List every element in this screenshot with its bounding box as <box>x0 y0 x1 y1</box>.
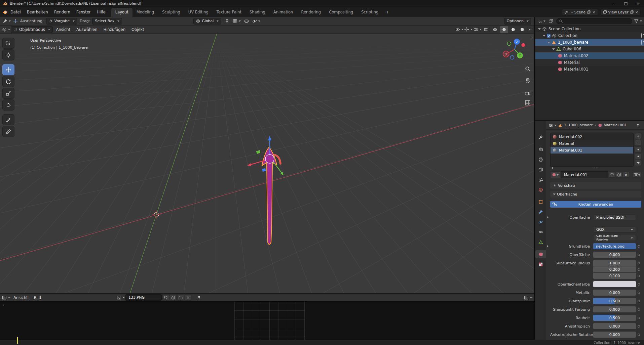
move-slot-up-button[interactable] <box>635 153 641 159</box>
tab-modeling[interactable]: Modeling <box>132 8 158 17</box>
move-slot-down-button[interactable] <box>635 160 641 166</box>
unlink-scene-button[interactable]: × <box>592 10 595 14</box>
image-channels-dropdown[interactable] <box>524 294 532 301</box>
image-editor-canvas[interactable]: › <box>0 301 534 340</box>
menu-hinzufuegen[interactable]: Hinzufügen <box>101 27 128 32</box>
new-scene-button[interactable] <box>587 10 591 14</box>
material-name-field[interactable]: Material.001 <box>561 171 608 178</box>
drag-dropdown[interactable]: Select Box <box>92 18 122 25</box>
shader-menu[interactable]: Principled BSDF <box>593 214 636 220</box>
gizmo-z-arrow[interactable] <box>268 136 271 140</box>
add-workspace-button[interactable]: + <box>382 8 392 17</box>
expand-icon[interactable] <box>547 216 550 219</box>
outliner-display-mode-icon[interactable] <box>547 18 555 25</box>
surface-panel-header[interactable]: Oberfläche <box>550 191 641 198</box>
subsurface-color-swatch[interactable] <box>593 281 636 287</box>
copy-material-button[interactable] <box>616 172 622 178</box>
disclosure-icon[interactable] <box>552 48 555 51</box>
toolbar-expand-arrow[interactable]: › <box>2 303 4 307</box>
rotate-tool[interactable] <box>2 76 14 87</box>
image-menu-ansicht[interactable]: Ansicht <box>11 295 30 300</box>
view-layer-selector[interactable]: View Layer × <box>601 9 641 15</box>
outliner-item-cube-006[interactable]: Cube.006 <box>535 46 644 52</box>
shading-material-button[interactable] <box>509 26 517 33</box>
tab-uv-editing[interactable]: UV Editing <box>184 8 213 17</box>
decorator[interactable] <box>636 262 641 264</box>
slot-material-001[interactable]: Material.001 <box>551 147 633 154</box>
visibility-dropdown[interactable] <box>455 26 463 33</box>
radius-z-field[interactable]: 0.100 <box>593 273 636 279</box>
pan-hand-icon[interactable] <box>525 77 531 84</box>
use-nodes-button[interactable]: Knoten verwenden <box>550 201 641 208</box>
decorator[interactable] <box>636 254 641 256</box>
show-gizmo-dropdown[interactable] <box>464 26 472 33</box>
expand-icon[interactable] <box>552 167 555 169</box>
radius-y-field[interactable]: 0.200 <box>593 266 636 272</box>
tab-sculpting[interactable]: Sculpting <box>158 8 184 17</box>
blender-menu-icon[interactable] <box>2 9 7 15</box>
tab-compositing[interactable]: Compositing <box>325 8 357 17</box>
tab-rendering[interactable]: Rendering <box>297 8 325 17</box>
fake-user-shield-button[interactable] <box>609 172 615 178</box>
pin-icon[interactable] <box>195 294 203 301</box>
collection-checkbox[interactable] <box>547 34 551 38</box>
unlink-material-button[interactable]: × <box>623 172 629 178</box>
roughness-slider[interactable]: 0.500 <box>593 315 636 321</box>
nav-ball-negy[interactable] <box>507 42 511 46</box>
menu-auswaehlen[interactable]: Auswählen <box>74 27 100 32</box>
decorator[interactable] <box>636 245 641 248</box>
tab-tool[interactable] <box>535 133 546 141</box>
eye-icon[interactable] <box>641 40 642 45</box>
zoom-icon[interactable] <box>525 66 531 73</box>
measure-tool[interactable] <box>2 126 14 137</box>
camera-view-icon[interactable] <box>525 90 531 97</box>
decorator[interactable] <box>636 317 641 319</box>
menu-hilfe[interactable]: Hilfe <box>94 10 109 14</box>
new-view-layer-button[interactable] <box>630 10 634 14</box>
browse-material-button[interactable] <box>550 171 560 178</box>
outliner-item-material[interactable]: Material <box>535 59 644 66</box>
transform-tool[interactable] <box>2 99 14 111</box>
add-slot-button[interactable]: + <box>635 133 641 139</box>
nav-ball-negx[interactable] <box>522 43 525 47</box>
scale-tool[interactable] <box>2 88 14 99</box>
distribution-menu[interactable]: GGX <box>593 226 636 232</box>
outliner-item-material-001[interactable]: Material.001 <box>535 66 644 73</box>
metallic-field[interactable]: 0.000 <box>593 290 636 296</box>
cursor-tool[interactable] <box>2 49 14 60</box>
proportional-editing-toggle[interactable] <box>243 18 250 25</box>
orientation-dropdown[interactable]: Vorgabe <box>46 18 77 25</box>
tab-world[interactable] <box>535 186 546 194</box>
image-name-field[interactable]: 133.PNG <box>125 294 162 301</box>
maximize-button[interactable]: □ <box>620 0 632 7</box>
decorator[interactable] <box>636 300 641 302</box>
menu-datei[interactable]: Datei <box>7 10 24 14</box>
open-image-button[interactable] <box>177 294 184 301</box>
shading-dropdown-chevron[interactable] <box>529 29 531 31</box>
mesh-object-1-1000-beware[interactable] <box>262 147 280 245</box>
tab-animation[interactable]: Animation <box>269 8 297 17</box>
snap-toggle[interactable] <box>223 18 231 25</box>
slot-material[interactable]: Material <box>551 140 633 147</box>
snap-settings-dropdown[interactable] <box>233 18 241 25</box>
tab-scene[interactable] <box>535 176 546 184</box>
proportional-falloff-dropdown[interactable] <box>252 18 260 25</box>
remove-view-layer-button[interactable]: × <box>635 10 638 14</box>
anisotropic-field[interactable]: 0.000 <box>593 323 636 329</box>
outliner-search-input[interactable] <box>556 18 632 24</box>
browse-image-button[interactable] <box>117 294 125 301</box>
base-color-texture-field[interactable]: ne7texture.png <box>593 243 636 249</box>
tab-view-layer[interactable] <box>535 166 546 174</box>
disclosure-icon[interactable] <box>538 28 541 31</box>
remove-slot-button[interactable]: − <box>635 140 641 146</box>
select-box-tool[interactable] <box>2 38 14 49</box>
outliner-item-collection[interactable]: Collection <box>535 32 644 39</box>
slot-material-002[interactable]: Material.002 <box>551 133 633 140</box>
editor-type-properties-icon[interactable] <box>548 122 557 129</box>
disclosure-icon[interactable] <box>543 35 545 38</box>
pin-icon[interactable] <box>634 122 642 129</box>
anisotropic-rotation-field[interactable]: 0.000 <box>593 332 636 338</box>
menu-bearbeiten[interactable]: Bearbeiten <box>24 10 51 14</box>
outliner-item-1-1000-beware[interactable]: 1_1000_beware <box>535 39 644 46</box>
editor-type-tool-icon[interactable] <box>3 18 11 25</box>
